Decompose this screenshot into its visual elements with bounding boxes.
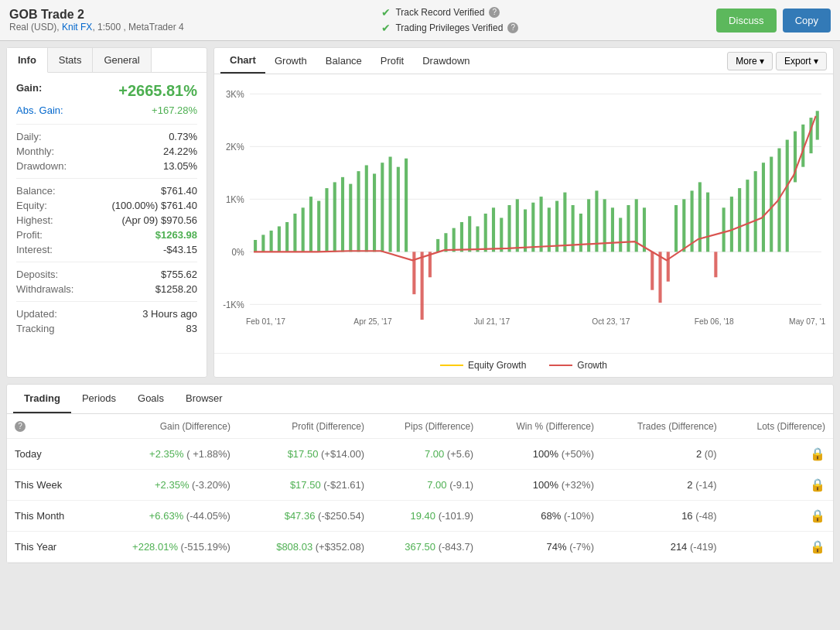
equity-label: Equity: bbox=[16, 200, 47, 211]
legend-equity-growth: Equity Growth bbox=[440, 360, 526, 371]
header-left: GOB Trade 2 Real (USD), Knit FX, 1:500 ,… bbox=[9, 8, 184, 33]
chart-tab-drawdown[interactable]: Drawdown bbox=[413, 49, 479, 73]
chart-legend: Equity Growth Growth bbox=[214, 353, 833, 377]
svg-rect-22 bbox=[349, 184, 352, 252]
svg-text:Apr 25, '17: Apr 25, '17 bbox=[353, 316, 391, 325]
th-period: ? bbox=[7, 414, 91, 439]
interest-value: -$43.15 bbox=[163, 244, 197, 255]
tab-general[interactable]: General bbox=[93, 48, 151, 72]
svg-rect-72 bbox=[746, 180, 749, 252]
discuss-button[interactable]: Discuss bbox=[716, 9, 777, 33]
withdrawals-row: Withdrawals: $1258.20 bbox=[16, 283, 197, 295]
svg-rect-62 bbox=[667, 252, 670, 281]
bottom-tab-trading[interactable]: Trading bbox=[13, 385, 71, 413]
svg-rect-45 bbox=[531, 203, 534, 252]
track-record-info-icon[interactable]: ? bbox=[489, 7, 500, 18]
info-content: Gain: +2665.81% Abs. Gain: +167.28% Dail… bbox=[7, 73, 207, 347]
period-info-icon[interactable]: ? bbox=[15, 421, 26, 432]
table-row: Today +2.35% ( +1.88%) $17.50 (+$14.00) … bbox=[7, 439, 833, 470]
svg-text:May 07, '18: May 07, '18 bbox=[789, 316, 825, 325]
balance-value: $761.40 bbox=[161, 185, 197, 197]
period-month: This Month bbox=[7, 501, 91, 532]
copy-button[interactable]: Copy bbox=[783, 9, 831, 33]
abs-gain-label: Abs. Gain: bbox=[16, 104, 63, 116]
svg-rect-77 bbox=[786, 140, 789, 252]
th-win: Win % (Difference) bbox=[481, 414, 602, 439]
tab-info[interactable]: Info bbox=[7, 48, 48, 73]
chart-tab-balance[interactable]: Balance bbox=[316, 49, 371, 73]
drawdown-row: Drawdown: 13.05% bbox=[16, 160, 197, 172]
bottom-tab-periods[interactable]: Periods bbox=[71, 385, 127, 413]
chart-tab-profit[interactable]: Profit bbox=[371, 49, 413, 73]
svg-rect-44 bbox=[524, 210, 527, 252]
balance-row: Balance: $761.40 bbox=[16, 185, 197, 197]
chart-actions: More ▾ Export ▾ bbox=[727, 52, 827, 70]
abs-gain-value: +167.28% bbox=[152, 104, 197, 116]
win-year: 74% (-7%) bbox=[481, 532, 602, 563]
trades-month: 16 (-48) bbox=[602, 501, 725, 532]
right-panel: Chart Growth Balance Profit Drawdown Mor… bbox=[213, 47, 834, 378]
profit-row: Profit: $1263.98 bbox=[16, 229, 197, 241]
monthly-value: 24.22% bbox=[163, 146, 197, 157]
export-button[interactable]: Export ▾ bbox=[776, 52, 827, 70]
svg-rect-46 bbox=[540, 197, 543, 252]
track-record-verified: ✔ Track Record Verified ? bbox=[381, 6, 518, 19]
th-pips: Pips (Difference) bbox=[372, 414, 481, 439]
period-today: Today bbox=[7, 439, 91, 470]
monthly-label: Monthly: bbox=[16, 146, 54, 157]
drawdown-label: Drawdown: bbox=[16, 160, 67, 172]
chart-tab-growth[interactable]: Growth bbox=[265, 49, 316, 73]
deposits-value: $755.62 bbox=[161, 269, 197, 280]
pips-year: 367.50 (-843.7) bbox=[372, 532, 481, 563]
more-button[interactable]: More ▾ bbox=[727, 52, 773, 70]
tab-stats[interactable]: Stats bbox=[48, 48, 94, 72]
svg-rect-59 bbox=[643, 207, 646, 252]
lots-year: 🔒 bbox=[725, 532, 833, 563]
trading-privileges-info-icon[interactable]: ? bbox=[507, 22, 518, 33]
header: GOB Trade 2 Real (USD), Knit FX, 1:500 ,… bbox=[0, 0, 840, 41]
svg-rect-40 bbox=[492, 207, 495, 252]
svg-rect-19 bbox=[325, 188, 328, 252]
svg-rect-25 bbox=[373, 173, 376, 252]
svg-text:Jul 21, '17: Jul 21, '17 bbox=[474, 316, 510, 325]
win-month: 68% (-10%) bbox=[481, 501, 602, 532]
win-week: 100% (+32%) bbox=[481, 470, 602, 501]
pips-today: 7.00 (+5.6) bbox=[372, 439, 481, 470]
svg-rect-10 bbox=[254, 240, 257, 252]
svg-rect-43 bbox=[516, 199, 519, 252]
track-record-label: Track Record Verified bbox=[395, 7, 484, 18]
svg-rect-66 bbox=[698, 182, 702, 252]
svg-rect-70 bbox=[730, 197, 733, 252]
daily-value: 0.73% bbox=[169, 131, 197, 142]
svg-rect-57 bbox=[627, 205, 630, 252]
svg-rect-13 bbox=[278, 226, 281, 252]
updated-value: 3 Hours ago bbox=[142, 308, 197, 320]
equity-value: (100.00%) $761.40 bbox=[111, 200, 197, 211]
chart-area: 3K% 2K% 1K% 0% -1K% bbox=[214, 74, 833, 353]
main-content: Info Stats General Gain: +2665.81% Abs. … bbox=[0, 41, 840, 384]
lots-week: 🔒 bbox=[725, 470, 833, 501]
svg-rect-26 bbox=[381, 163, 384, 252]
svg-rect-11 bbox=[261, 235, 265, 252]
pips-month: 19.40 (-101.9) bbox=[372, 501, 481, 532]
bottom-section: Trading Periods Goals Browser ? Gain (Di… bbox=[6, 384, 834, 563]
svg-rect-16 bbox=[302, 207, 305, 252]
svg-rect-41 bbox=[500, 217, 503, 252]
trading-privileges-verified: ✔ Trading Privileges Verified ? bbox=[381, 22, 518, 34]
broker-link[interactable]: Knit FX bbox=[62, 22, 92, 33]
gain-today: +2.35% ( +1.88%) bbox=[91, 439, 238, 470]
highest-row: Highest: (Apr 09) $970.56 bbox=[16, 214, 197, 226]
svg-rect-31 bbox=[421, 252, 424, 320]
trades-today: 2 (0) bbox=[602, 439, 725, 470]
svg-rect-29 bbox=[405, 159, 408, 252]
bottom-tab-goals[interactable]: Goals bbox=[127, 385, 175, 413]
gain-year: +228.01% (-515.19%) bbox=[91, 532, 238, 563]
equity-row: Equity: (100.00%) $761.40 bbox=[16, 200, 197, 211]
chart-tab-chart[interactable]: Chart bbox=[220, 48, 265, 74]
svg-rect-20 bbox=[333, 182, 336, 252]
withdrawals-value: $1258.20 bbox=[155, 283, 197, 295]
tracking-label: Tracking bbox=[16, 323, 54, 334]
svg-text:Feb 01, '17: Feb 01, '17 bbox=[246, 316, 285, 325]
profit-year: $808.03 (+$352.08) bbox=[238, 532, 372, 563]
bottom-tab-browser[interactable]: Browser bbox=[175, 385, 234, 413]
